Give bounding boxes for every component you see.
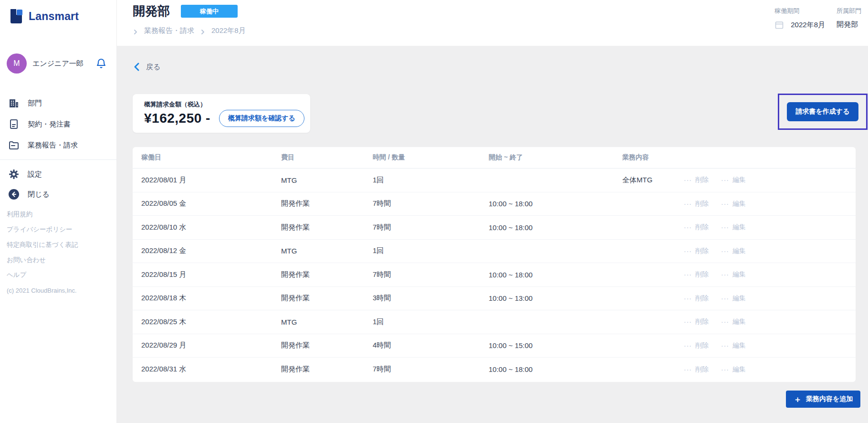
delete-label: 削除 [695,176,709,184]
edit-row-button[interactable]: ··· 編集 [721,294,746,303]
edit-row-button[interactable]: ··· 編集 [721,176,746,184]
confirm-estimate-button[interactable]: 概算請求額を確認する [219,110,304,127]
row-actions: ··· 削除 ··· 編集 [684,341,856,350]
edit-row-button[interactable]: ··· 編集 [721,270,746,279]
edit-label: 編集 [732,176,746,184]
col-header-date: 稼働日 [141,153,281,162]
delete-label: 削除 [695,223,709,232]
sidebar-item-contracts[interactable]: 契約・発注書 [0,115,117,133]
cell-item: 開発作業 [281,365,373,374]
delete-row-button[interactable]: ··· 削除 [684,223,709,232]
edit-label: 編集 [732,270,746,279]
avatar[interactable]: M [7,53,27,74]
sidebar-item-reports-billing[interactable]: 業務報告・請求 [0,136,117,154]
operating-period: 稼働期間 2022年8月 [774,7,825,30]
ellipsis-icon: ··· [721,271,729,278]
edit-row-button[interactable]: ··· 編集 [721,223,746,232]
notifications-bell-icon[interactable] [95,58,107,69]
folder-icon [8,139,20,151]
delete-label: 削除 [695,317,709,326]
cell-date: 2022/08/05 金 [141,199,281,208]
cell-item: 開発作業 [281,270,373,279]
add-work-item-button[interactable]: ＋ 業務内容を追加 [786,391,860,408]
cell-item: 開発作業 [281,341,373,350]
ellipsis-icon: ··· [721,176,729,184]
chevron-right-icon [133,28,138,34]
cell-quantity: 7時間 [373,365,489,374]
edit-row-button[interactable]: ··· 編集 [721,365,746,374]
cell-time-range: 10:00 ~ 18:00 [489,365,622,373]
table-row: 2022/08/12 金 MTG 1回 ··· 削除 ··· 編集 [133,240,856,264]
row-actions: ··· 削除 ··· 編集 [684,247,856,255]
row-actions: ··· 削除 ··· 編集 [684,223,856,232]
delete-row-button[interactable]: ··· 削除 [684,247,709,255]
cell-time-range: 10:00 ~ 13:00 [489,294,622,302]
ellipsis-icon: ··· [684,271,692,278]
link-contact[interactable]: お問い合わせ [7,256,46,264]
ellipsis-icon: ··· [684,247,692,255]
sidebar-item-departments[interactable]: 部門 [0,94,117,112]
delete-row-button[interactable]: ··· 削除 [684,317,709,326]
brand-logo[interactable]: Lansmart [8,8,79,25]
delete-row-button[interactable]: ··· 削除 [684,270,709,279]
building-icon [8,97,20,109]
delete-row-button[interactable]: ··· 削除 [684,200,709,208]
sidebar-item-settings[interactable]: 設定 [0,165,117,183]
ellipsis-icon: ··· [684,295,692,302]
gear-icon [8,169,20,180]
edit-label: 編集 [732,223,746,232]
sidebar-item-label: 閉じる [28,190,50,199]
edit-row-button[interactable]: ··· 編集 [721,317,746,326]
brand-name: Lansmart [29,10,79,23]
ellipsis-icon: ··· [721,223,729,231]
edit-label: 編集 [732,317,746,326]
sidebar-item-collapse[interactable]: 閉じる [0,185,117,203]
create-invoice-highlight-box: 請求書を作成する [778,94,868,130]
edit-row-button[interactable]: ··· 編集 [721,247,746,255]
cell-date: 2022/08/29 月 [141,341,281,350]
breadcrumb-item[interactable]: 2022年8月 [211,26,246,35]
cell-quantity: 1回 [373,246,489,255]
create-invoice-button[interactable]: 請求書を作成する [787,102,858,121]
breadcrumb-item[interactable]: 業務報告・請求 [144,26,194,35]
estimate-amount: ¥162,250 - [144,111,210,126]
back-button[interactable]: 戻る [133,62,160,72]
work-report-table: 稼働日 費目 時間 / 数量 開始 ~ 終了 業務内容 2022/08/01 月… [133,147,856,382]
delete-row-button[interactable]: ··· 削除 [684,176,709,184]
delete-label: 削除 [695,365,709,374]
delete-label: 削除 [695,270,709,279]
main-content: 戻る 概算請求金額（税込） ¥162,250 - 概算請求額を確認する 請求書を… [117,46,868,423]
link-help[interactable]: ヘルプ [7,271,26,279]
status-badge: 稼働中 [181,5,238,18]
link-terms[interactable]: 利用規約 [7,210,32,219]
delete-label: 削除 [695,294,709,303]
cell-item: 開発作業 [281,199,373,208]
row-actions: ··· 削除 ··· 編集 [684,176,856,184]
col-header-item: 費目 [281,153,373,162]
brand-logo-icon [8,8,25,25]
chevron-right-icon [200,28,206,34]
ellipsis-icon: ··· [721,366,729,373]
edit-label: 編集 [732,200,746,208]
cell-quantity: 3時間 [373,294,489,303]
edit-row-button[interactable]: ··· 編集 [721,341,746,350]
link-commerce-law[interactable]: 特定商取引に基づく表記 [7,241,78,249]
delete-row-button[interactable]: ··· 削除 [684,365,709,374]
edit-row-button[interactable]: ··· 編集 [721,200,746,208]
delete-row-button[interactable]: ··· 削除 [684,294,709,303]
table-row: 2022/08/05 金 開発作業 7時間 10:00 ~ 18:00 ··· … [133,192,856,216]
sidebar-item-label: 部門 [28,99,42,108]
cell-item: MTG [281,318,373,326]
copyright-text: (c) 2021 CloudBrains,Inc. [7,287,77,294]
row-actions: ··· 削除 ··· 編集 [684,294,856,303]
col-header-quantity: 時間 / 数量 [373,153,489,162]
table-row: 2022/08/10 水 開発作業 7時間 10:00 ~ 18:00 ··· … [133,216,856,240]
delete-label: 削除 [695,200,709,208]
link-privacy-policy[interactable]: プライバシーポリシー [7,225,73,234]
cell-quantity: 1回 [373,317,489,327]
sidebar-item-label: 設定 [28,170,42,179]
cell-date: 2022/08/10 水 [141,223,281,232]
delete-row-button[interactable]: ··· 削除 [684,341,709,350]
ellipsis-icon: ··· [721,342,729,349]
ellipsis-icon: ··· [721,247,729,255]
